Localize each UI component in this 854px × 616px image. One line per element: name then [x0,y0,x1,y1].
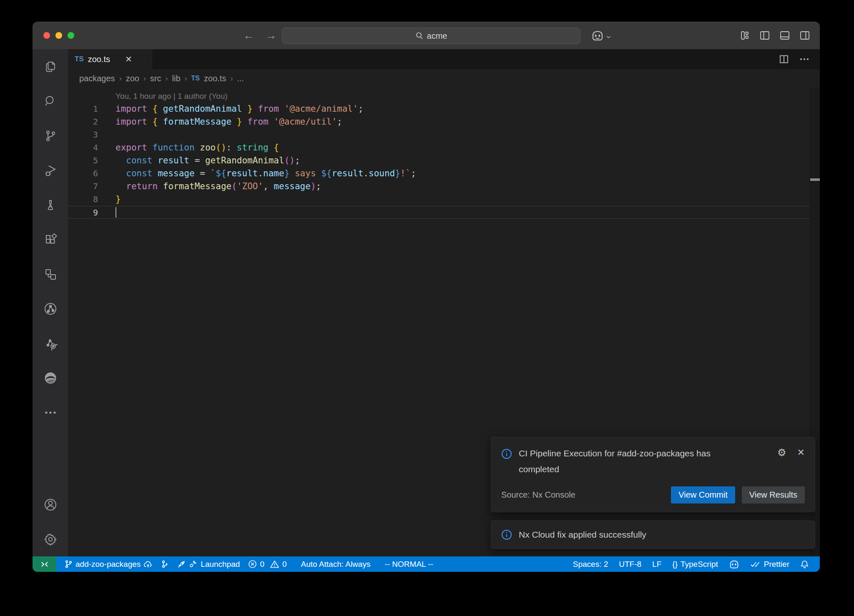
indentation-status[interactable]: Spaces: 2 [573,560,608,569]
view-results-button[interactable]: View Results [742,486,805,503]
code-line[interactable]: 2import { formatMessage } from '@acme/ut… [68,115,820,128]
launchpad-status[interactable]: Launchpad [177,560,240,569]
go-back-icon[interactable]: ← [243,29,254,42]
vscode-window: ← → acme ⌄ [33,22,820,572]
edge-browser-icon[interactable] [33,361,68,395]
line-content: export function zoo(): string { [98,141,279,154]
publish-cloud-icon [143,560,153,568]
toggle-panel-icon[interactable] [780,31,790,40]
text-cursor [116,207,116,218]
accounts-icon[interactable] [33,487,68,522]
project-graph-icon[interactable] [33,257,68,291]
line-number: 4 [68,141,98,154]
breadcrumb-separator: › [166,74,168,83]
notification-close-icon[interactable]: ✕ [797,447,805,458]
copilot-icon [729,560,739,569]
line-content [98,128,116,141]
code-line[interactable]: 7 return formatMessage('ZOO', message); [68,180,820,193]
command-center-search[interactable]: acme [282,28,580,44]
notification-message: Nx Cloud fix applied successfully [519,530,646,540]
typescript-file-icon: TS [191,75,200,82]
explorer-icon[interactable] [33,49,68,84]
more-views-icon[interactable] [33,395,68,430]
view-commit-button[interactable]: View Commit [671,486,735,503]
errors-icon [248,560,257,568]
screenshot-stage: { "accents": { "status_bar_blue": "#0078… [0,0,854,616]
extensions-icon[interactable] [33,222,68,257]
chevron-down-icon[interactable]: ⌄ [604,31,613,40]
nx-cloud-icon[interactable] [33,326,68,361]
bell-icon [800,560,809,569]
status-bar: add-zoo-packages Launchpad [33,556,820,572]
line-content: const message = `${result.name} says ${r… [98,167,416,180]
search-sidebar-icon[interactable] [33,84,68,118]
git-branch-status[interactable]: add-zoo-packages [65,560,153,569]
tab-label: zoo.ts [88,55,110,64]
toggle-secondary-sidebar-icon[interactable] [800,31,810,40]
notification-message: CI Pipeline Execution for #add-zoo-packa… [519,446,744,477]
notifications-bell[interactable] [800,560,809,569]
run-debug-icon[interactable] [33,153,68,188]
code-line[interactable]: 6 const message = `${result.name} says $… [68,167,820,180]
code-line[interactable]: 3 [68,128,820,141]
line-content: import { formatMessage } from '@acme/uti… [98,115,342,128]
breadcrumb-overflow[interactable]: ... [237,74,244,83]
title-bar: ← → acme ⌄ [33,22,820,50]
encoding-status[interactable]: UTF-8 [619,560,641,569]
git-blame-annotation: You, 1 hour ago | 1 author (You) [116,90,820,103]
problems-status[interactable]: 0 0 [248,560,286,569]
testing-icon[interactable] [33,188,68,222]
code-line[interactable]: 5 const result = getRandomAnimal(); [68,154,820,167]
line-content: import { getRandomAnimal } from '@acme/a… [98,103,363,115]
split-editor-icon[interactable] [779,55,789,64]
settings-gear-icon[interactable] [33,522,68,556]
language-mode-status[interactable]: {} TypeScript [672,560,718,569]
source-control-icon[interactable] [33,118,68,153]
activity-bar [33,49,68,556]
source-control-graph-status[interactable] [161,560,168,568]
close-window-button[interactable] [43,32,50,39]
breadcrumb-item[interactable]: src [150,74,161,83]
copilot-icon[interactable] [591,30,604,41]
vim-mode-status[interactable]: -- NORMAL -- [384,560,433,569]
breadcrumb-separator: › [143,74,146,83]
breadcrumb-file[interactable]: zoo.ts [204,74,226,83]
breadcrumb: packages › zoo › src › lib › TS zoo.ts ›… [68,69,820,88]
customize-layout-icon[interactable] [740,31,750,40]
tab-zoo-ts[interactable]: TS zoo.ts ✕ [68,49,152,69]
go-forward-icon[interactable]: → [265,29,276,42]
breadcrumb-item[interactable]: packages [79,74,115,83]
more-actions-icon[interactable] [800,58,809,60]
formatter-status[interactable]: Prettier [750,560,789,569]
launchpad-label: Launchpad [201,560,240,569]
code-line[interactable]: 4export function zoo(): string { [68,141,820,154]
notification-nx-cloud-fix: Nx Cloud fix applied successfully [491,521,815,549]
info-icon [501,529,512,540]
eol-status[interactable]: LF [652,560,661,569]
auto-attach-status[interactable]: Auto Attach: Always [301,560,371,569]
copilot-status[interactable] [729,560,739,569]
code-line[interactable]: 9 [68,206,820,219]
scrollbar-cursor-mark [810,178,820,181]
warnings-icon [270,560,279,568]
line-number: 1 [68,103,98,115]
toggle-primary-sidebar-icon[interactable] [760,31,770,40]
notification-settings-icon[interactable]: ⚙ [777,448,786,458]
window-controls [43,32,74,39]
notification-toasts: CI Pipeline Execution for #add-zoo-packa… [491,437,815,549]
code-line[interactable]: 8} [68,193,820,206]
error-count: 0 [260,560,264,569]
search-icon [415,32,424,40]
breadcrumb-item[interactable]: lib [172,74,181,83]
nx-console-icon[interactable] [33,291,68,326]
breadcrumb-item[interactable]: zoo [126,74,139,83]
line-number: 5 [68,154,98,167]
code-line[interactable]: 1import { getRandomAnimal } from '@acme/… [68,103,820,115]
close-tab-icon[interactable]: ✕ [125,54,132,64]
minimize-window-button[interactable] [55,32,62,39]
zoom-window-button[interactable] [68,32,74,39]
line-number: 8 [68,193,98,206]
breadcrumb-separator: › [119,74,122,83]
line-content: } [98,193,121,206]
remote-indicator[interactable] [33,556,56,572]
